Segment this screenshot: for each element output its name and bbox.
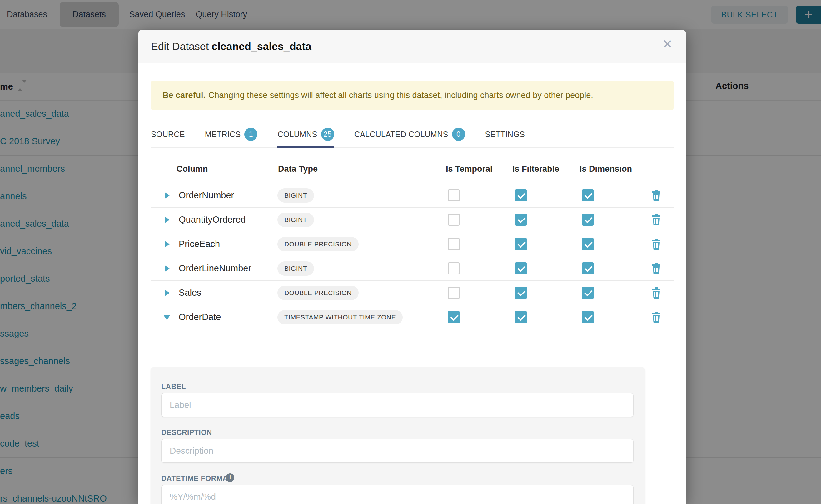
is-dimension-checkbox[interactable]	[582, 311, 594, 323]
is-temporal-checkbox[interactable]	[448, 238, 460, 250]
tab-metrics[interactable]: METRICS1	[205, 121, 258, 148]
column-name: OrderNumber	[179, 190, 234, 200]
column-row-priceeach: PriceEach DOUBLE PRECISION	[151, 232, 674, 256]
screen: Databases Datasets Saved Queries Query H…	[0, 0, 821, 504]
tab-label: SETTINGS	[485, 130, 525, 139]
warning-banner-bold: Be careful.	[162, 91, 205, 100]
tab-label: SOURCE	[151, 130, 185, 139]
delete-icon[interactable]	[652, 287, 661, 299]
is-dimension-checkbox[interactable]	[582, 189, 594, 201]
column-row-orderdate: OrderDate TIMESTAMP WITHOUT TIME ZONE	[151, 305, 674, 329]
tab-calculated-columns[interactable]: CALCULATED COLUMNS0	[354, 121, 465, 148]
description-field-label: DESCRIPTION	[161, 428, 212, 437]
tab-source[interactable]: SOURCE	[151, 121, 185, 148]
is-filterable-checkbox[interactable]	[515, 311, 527, 323]
column-row-quantityordered: QuantityOrdered BIGINT	[151, 208, 674, 232]
collapse-caret-icon[interactable]	[164, 315, 170, 320]
datatype-pill: DOUBLE PRECISION	[277, 286, 358, 300]
column-row-sales: Sales DOUBLE PRECISION	[151, 281, 674, 305]
expand-caret-icon[interactable]	[165, 241, 170, 247]
modal-title: Edit Datasetcleaned_sales_data	[151, 40, 311, 52]
is-temporal-checkbox[interactable]	[448, 262, 460, 274]
column-name: QuantityOrdered	[179, 215, 245, 225]
column-name: OrderLineNumber	[179, 263, 251, 274]
column-name: OrderDate	[179, 312, 221, 322]
modal-body: Be careful. Changing these settings will…	[138, 63, 686, 504]
is-filterable-checkbox[interactable]	[515, 238, 527, 250]
modal-title-prefix: Edit Dataset	[151, 40, 209, 52]
tab-columns[interactable]: COLUMNS25	[277, 121, 334, 148]
label-field-label: LABEL	[161, 383, 186, 391]
is-filterable-checkbox[interactable]	[515, 262, 527, 274]
column-name: Sales	[179, 288, 201, 298]
description-input[interactable]	[161, 439, 634, 463]
expand-caret-icon[interactable]	[165, 217, 170, 223]
tab-count-badge: 0	[452, 128, 465, 141]
delete-icon[interactable]	[652, 263, 661, 274]
label-input[interactable]	[161, 393, 634, 417]
expand-caret-icon[interactable]	[165, 265, 170, 272]
tab-settings[interactable]: SETTINGS	[485, 121, 525, 148]
column-name: PriceEach	[179, 239, 220, 249]
is-dimension-checkbox[interactable]	[582, 214, 594, 226]
is-temporal-checkbox[interactable]	[448, 311, 460, 323]
edit-dataset-modal: Edit Datasetcleaned_sales_data ✕ Be care…	[138, 30, 686, 504]
modal-title-dataset: cleaned_sales_data	[211, 40, 311, 52]
expand-caret-icon[interactable]	[165, 192, 170, 199]
is-temporal-checkbox[interactable]	[448, 214, 460, 226]
datatype-pill: DOUBLE PRECISION	[277, 237, 358, 251]
tab-count-badge: 25	[321, 128, 334, 141]
column-header-isfilterable: Is Filterable	[512, 164, 559, 174]
columns-table: Column Data Type Is Temporal Is Filterab…	[151, 148, 674, 329]
columns-table-header: Column Data Type Is Temporal Is Filterab…	[151, 148, 674, 183]
warning-banner-text: Changing these settings will affect all …	[208, 91, 593, 100]
column-header-column: Column	[176, 164, 208, 174]
datatype-pill: BIGINT	[277, 213, 314, 227]
is-dimension-checkbox[interactable]	[582, 262, 594, 274]
is-filterable-checkbox[interactable]	[515, 214, 527, 226]
tab-label: CALCULATED COLUMNS	[354, 130, 448, 139]
tab-label: METRICS	[205, 130, 241, 139]
is-filterable-checkbox[interactable]	[515, 189, 527, 201]
info-icon[interactable]: i	[226, 473, 234, 482]
modal-header: Edit Datasetcleaned_sales_data ✕	[138, 30, 686, 63]
column-header-istemporal: Is Temporal	[446, 164, 493, 174]
column-row-orderlinenumber: OrderLineNumber BIGINT	[151, 256, 674, 281]
is-temporal-checkbox[interactable]	[448, 287, 460, 299]
is-dimension-checkbox[interactable]	[582, 287, 594, 299]
tab-count-badge: 1	[244, 128, 257, 141]
column-header-isdimension: Is Dimension	[580, 164, 632, 174]
delete-icon[interactable]	[652, 214, 661, 225]
datatype-pill: BIGINT	[277, 188, 314, 203]
delete-icon[interactable]	[652, 239, 661, 250]
modal-tabs: SOURCE METRICS1 COLUMNS25 CALCULATED COL…	[151, 121, 674, 148]
delete-icon[interactable]	[652, 190, 661, 201]
is-filterable-checkbox[interactable]	[515, 287, 527, 299]
column-row-ordernumber: OrderNumber BIGINT	[151, 183, 674, 208]
column-detail-panel: LABEL DESCRIPTION DATETIME FORMAT i	[151, 367, 645, 504]
is-dimension-checkbox[interactable]	[582, 238, 594, 250]
datatype-pill: TIMESTAMP WITHOUT TIME ZONE	[277, 310, 403, 324]
delete-icon[interactable]	[652, 312, 661, 323]
close-icon[interactable]: ✕	[662, 38, 673, 50]
is-temporal-checkbox[interactable]	[448, 189, 460, 201]
datetime-format-field-label: DATETIME FORMAT	[161, 474, 232, 483]
datatype-pill: BIGINT	[277, 261, 314, 276]
tab-label: COLUMNS	[277, 130, 317, 139]
expand-caret-icon[interactable]	[165, 290, 170, 296]
warning-banner: Be careful. Changing these settings will…	[151, 81, 674, 110]
datetime-format-input[interactable]	[161, 485, 634, 504]
column-header-datatype: Data Type	[278, 164, 318, 174]
